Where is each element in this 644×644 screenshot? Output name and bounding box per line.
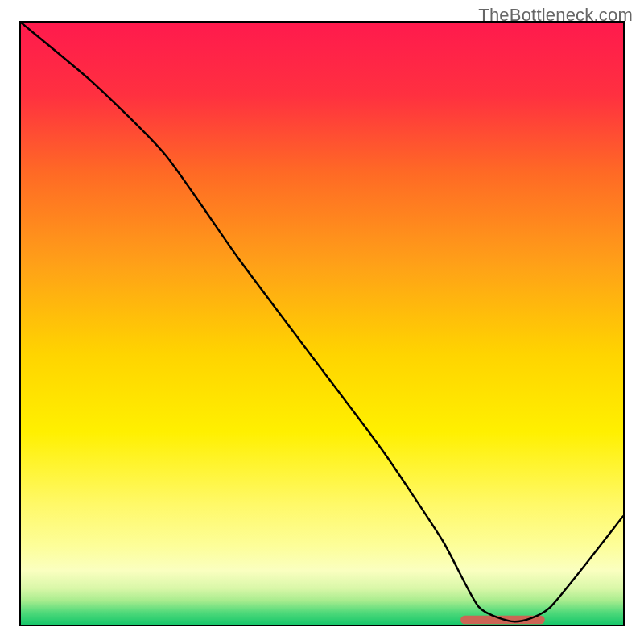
watermark-text: TheBottleneck.com (478, 5, 633, 26)
plot-area (19, 21, 625, 626)
background-rect (21, 23, 623, 625)
plot-svg (21, 23, 623, 625)
chart-container: TheBottleneck.com (0, 0, 644, 644)
